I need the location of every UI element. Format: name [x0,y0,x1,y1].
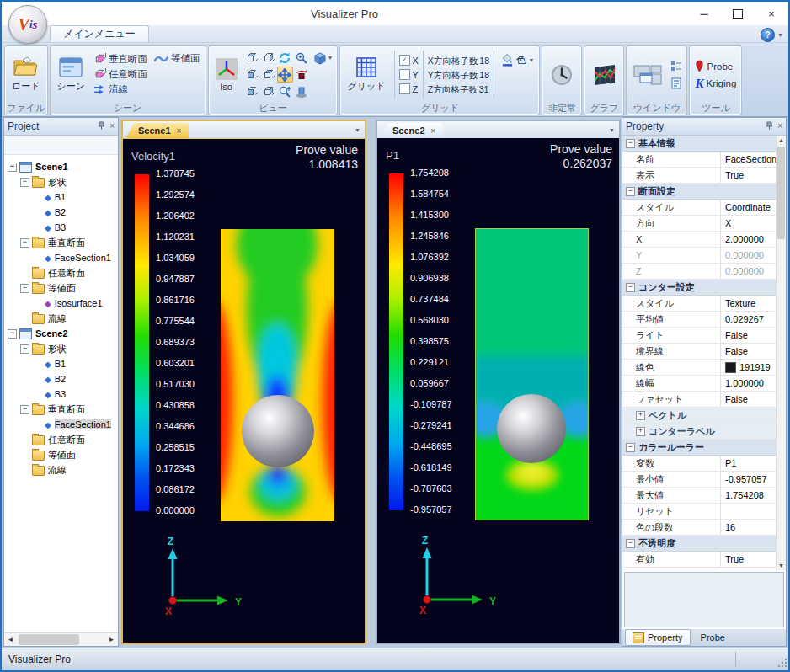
resize-grip[interactable] [777,659,787,669]
property-row[interactable]: スタイルCoordinate [622,200,777,216]
scene1-viewport[interactable]: Velocity1 Prove value 1.008413 1.3787451… [123,139,365,643]
cube-right-icon[interactable] [260,83,276,99]
tree-item[interactable]: −形状 [4,174,118,189]
tree-item[interactable]: −流線 [4,462,118,477]
tree-expander-icon[interactable]: − [20,178,29,187]
property-row[interactable]: リセット [622,504,777,520]
tree-item[interactable]: −◆B1 [4,189,118,205]
scene2-viewport[interactable]: P1 Prove value 0.262037 1.7542081.584754… [377,138,619,643]
collapse-icon[interactable]: − [626,443,635,452]
grid-axis-checkbox-x[interactable]: ✓X [399,54,419,67]
app-logo-icon[interactable]: Vis [8,5,47,44]
property-row[interactable]: 変数P1 [622,456,777,472]
collapse-icon[interactable]: − [626,139,635,148]
tab-probe[interactable]: Probe [694,630,732,645]
property-row[interactable]: ファセットFalse [622,392,777,408]
shadow-icon[interactable] [294,83,310,99]
property-subgroup-row[interactable]: +ベクトル [622,408,777,424]
cube-back-icon[interactable] [260,67,276,83]
scrollbar-thumb[interactable] [19,634,79,645]
scene2-tab-close-icon[interactable]: × [431,126,436,136]
zoom-extent-icon[interactable] [277,83,293,99]
cube-right-face-icon[interactable] [260,50,276,66]
close-button[interactable]: × [755,2,788,25]
tree-item[interactable]: −◆B3 [4,387,118,402]
scene1-tab[interactable]: Scene1 × [126,123,189,138]
property-group-row[interactable]: −カラールーラー [622,440,777,456]
collapse-icon[interactable]: − [626,283,635,292]
scene2-window-menu-icon[interactable]: ▼ [609,127,615,133]
tree-item[interactable]: −流線 [4,311,118,326]
property-row[interactable]: スタイルTexture [622,296,777,312]
expand-icon[interactable]: + [636,427,645,436]
window-doc-icon[interactable] [668,75,684,91]
property-group-row[interactable]: −断面設定 [622,184,777,200]
window-list-icon[interactable] [668,58,684,74]
property-scrollbar[interactable]: ▲ ▼ [776,136,786,570]
grid-count-field[interactable]: Z方向格子数31 [428,83,489,96]
tree-item[interactable]: −◆FaceSection1 [4,250,118,265]
property-row[interactable]: X2.000000 [622,232,777,248]
vertical-section-button[interactable]: 垂直断面 [91,52,150,67]
property-row[interactable]: ライトFalse [622,328,777,344]
scroll-right-icon[interactable]: ► [105,636,118,643]
tree-item[interactable]: −等値面 [4,447,118,462]
maximize-button[interactable] [721,2,755,25]
streamline-button[interactable]: 流線 [91,83,150,97]
property-row[interactable]: 最大値1.754208 [622,488,777,504]
tab-main-menu[interactable]: メインメニュー [50,25,149,42]
property-group-row[interactable]: −基本情報 [622,136,777,152]
unsteady-button[interactable] [545,61,579,88]
property-row[interactable]: 線幅1.000000 [622,376,777,392]
tree-item[interactable]: −Scene2 [4,326,118,341]
tree-expander-icon[interactable]: − [20,344,29,354]
property-close-icon[interactable]: × [777,122,782,131]
grid-color-button[interactable]: 色 ▼ [499,53,536,67]
scroll-left-icon[interactable]: ◄ [4,636,17,643]
collapse-icon[interactable]: − [626,187,635,196]
cube-bottom-icon[interactable] [243,83,259,99]
refresh-icon[interactable] [277,50,293,66]
arbitrary-section-button[interactable]: 任意断面 [91,67,150,82]
pan-icon[interactable] [277,67,293,83]
grid-button[interactable]: グリッド [343,56,389,93]
grid-count-field[interactable]: Y方向格子数18 [428,68,489,82]
tree-expander-icon[interactable]: − [20,284,29,293]
scene1-tab-close-icon[interactable]: × [177,126,182,136]
property-row[interactable]: 平均値0.029267 [622,312,777,328]
property-row[interactable]: 表示True [622,168,777,184]
scrollbar-thumb[interactable] [777,147,785,239]
tree-item[interactable]: −任意断面 [4,265,118,280]
tree-item[interactable]: −Scene1 [4,159,118,174]
grid-axis-checkbox-z[interactable]: Z [399,83,419,96]
scroll-up-icon[interactable]: ▲ [777,136,786,145]
property-subgroup-row[interactable]: +コンターラベル [622,424,777,440]
tree-item[interactable]: −垂直断面 [4,402,118,417]
property-group-row[interactable]: −不透明度 [622,536,777,552]
minimize-button[interactable]: ─ [687,2,721,25]
cube-menu-icon[interactable]: ▼ [311,50,335,66]
property-group-row[interactable]: −コンター設定 [622,280,777,296]
probe-button[interactable]: Probe [692,59,739,73]
tree-item[interactable]: −◆FaceSection1 [4,417,118,432]
property-row[interactable]: Z0.000000 [622,264,777,280]
tree-expander-icon[interactable]: − [8,329,17,339]
tree-item[interactable]: −等値面 [4,280,118,296]
pin-icon[interactable] [98,121,105,131]
tree-item[interactable]: −◆B2 [4,371,118,387]
property-row[interactable]: 色の段数16 [622,520,777,536]
tree-expander-icon[interactable]: − [8,163,17,172]
property-row[interactable]: 方向X [622,216,777,232]
scene-button[interactable]: シーン [53,56,90,93]
help-icon[interactable]: ? [761,28,775,42]
tree-item[interactable]: −◆B2 [4,205,118,220]
property-row[interactable]: 有効True [622,552,777,568]
kriging-button[interactable]: K Kriging [692,77,739,90]
window-layout-button[interactable] [629,62,666,88]
tree-item[interactable]: −◆Isosurface1 [4,296,118,311]
tree-item[interactable]: −◆B3 [4,220,118,235]
load-button[interactable]: ロード [8,56,45,93]
pin-icon[interactable] [766,121,773,131]
property-row[interactable]: 名前FaceSection1 [622,152,777,168]
cube-top-icon[interactable] [243,50,259,66]
